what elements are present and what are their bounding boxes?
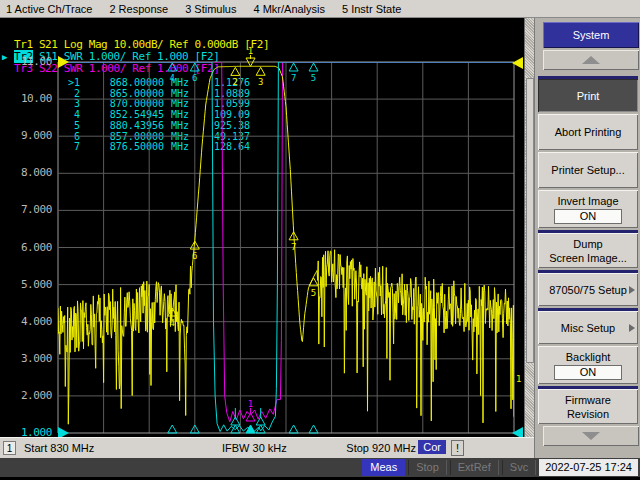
warning-indicator: !	[451, 440, 464, 456]
trace-number-label: 1	[516, 374, 521, 384]
status-meas: Meas	[362, 459, 405, 476]
softkey-abort-printing[interactable]: Abort Printing	[538, 114, 638, 150]
softkey-scrollbar[interactable]	[524, 18, 534, 437]
marker-number-label: 4	[170, 318, 175, 328]
softkey-label: Backlight	[566, 350, 611, 364]
marker-number-label: 4	[170, 73, 175, 83]
marker-triangle-icon	[289, 425, 298, 433]
softkey-label: Printer Setup...	[551, 163, 624, 177]
ref-arrow-tr2-left-icon	[58, 427, 69, 437]
marker-triangle-icon	[246, 425, 255, 433]
arrow-up-icon	[582, 56, 600, 64]
softkey-label: 87050/75 Setup	[549, 283, 627, 297]
stimulus-info-bar: 1 Start 830 MHz IFBW 30 kHz Stop 920 MHz…	[0, 437, 534, 458]
ref-arrow-tr1-left-icon	[58, 56, 69, 68]
softkey-printer-setup[interactable]: Printer Setup...	[538, 152, 638, 188]
status-svc: Svc	[502, 460, 536, 475]
marker-number-label: 6	[192, 251, 197, 261]
softkeys-scroll-down-button[interactable]	[543, 426, 639, 446]
system-menu-button[interactable]: System	[543, 22, 639, 48]
marker-number-label: 5	[311, 288, 316, 298]
softkey-label: Dump	[573, 237, 602, 251]
marker-triangle-icon	[309, 63, 318, 71]
softkey-label: Misc Setup	[561, 321, 615, 335]
marker-triangle-icon	[168, 425, 177, 433]
menu-item-1[interactable]: 1 Active Ch/Trace	[6, 3, 92, 15]
stop-frequency-label: Stop 920 MHz	[346, 442, 416, 454]
marker-triangle-icon	[168, 63, 177, 71]
marker-triangle-icon	[231, 67, 240, 75]
softkey-scrollbar-thumb[interactable]	[526, 78, 534, 363]
softkey-value: ON	[554, 209, 622, 224]
softkey-firmware-revision[interactable]: FirmwareRevision	[538, 386, 638, 424]
softkey-label: Abort Printing	[555, 125, 622, 139]
submenu-arrow-icon	[629, 324, 635, 332]
start-frequency-label: Start 830 MHz	[24, 442, 94, 454]
plot-area: 1234455667711	[0, 18, 524, 437]
softkey-print[interactable]: Print	[538, 76, 638, 112]
marker-number-label: 1	[248, 46, 253, 56]
softkey-label: Invert Image	[557, 194, 618, 208]
softkey-label: Revision	[567, 407, 609, 421]
status-bar: Meas Stop ExtRef Svc 2022-07-25 17:24	[0, 458, 640, 477]
softkey-label: Firmware	[565, 393, 611, 407]
softkey-label: Screen Image...	[549, 251, 627, 265]
menu-item-5[interactable]: 5 Instr State	[342, 3, 401, 15]
channel-number-badge: 1	[3, 441, 16, 455]
status-stop: Stop	[408, 460, 447, 475]
menu-bar: 1 Active Ch/Trace2 Response3 Stimulus4 M…	[0, 0, 640, 18]
softkey-value: ON	[554, 365, 622, 380]
marker-number-label: 2	[233, 77, 238, 87]
status-datetime: 2022-07-25 17:24	[539, 459, 638, 476]
softkey-invert-image[interactable]: Invert ImageON	[538, 190, 638, 228]
menu-item-3[interactable]: 3 Stimulus	[185, 3, 236, 15]
correction-status-badge: Cor	[418, 440, 446, 454]
status-extref: ExtRef	[450, 460, 499, 475]
softkeys-scroll-up-button[interactable]	[543, 50, 639, 70]
marker-triangle-icon	[309, 425, 318, 433]
marker-triangle-icon	[246, 413, 255, 421]
analyzer-screen: Tr1 S21 Log Mag 10.00dB/ Ref 0.000dB [F2…	[0, 18, 524, 437]
marker-number-label: 5	[311, 73, 316, 83]
softkey-backlight[interactable]: BacklightON	[538, 346, 638, 384]
softkey-label: Print	[577, 89, 600, 103]
marker-triangle-icon	[289, 63, 298, 71]
marker-number-label: 7	[291, 242, 296, 252]
marker-number-label: 3	[258, 77, 263, 87]
marker-triangle-icon	[256, 67, 265, 75]
arrow-down-icon	[582, 432, 600, 440]
softkey-misc-setup[interactable]: Misc Setup	[538, 308, 638, 344]
softkey-panel: System PrintAbort PrintingPrinter Setup.…	[534, 18, 640, 458]
marker-number-label: 7	[291, 73, 296, 83]
marker-number-label: 1	[248, 399, 253, 409]
marker-number-label: 6	[192, 73, 197, 83]
menu-item-4[interactable]: 4 Mkr/Analysis	[253, 3, 325, 15]
softkey-87050-75-setup[interactable]: 87050/75 Setup	[538, 270, 638, 306]
softkey-dump-screen-image[interactable]: DumpScreen Image...	[538, 230, 638, 268]
submenu-arrow-icon	[629, 286, 635, 294]
menu-item-2[interactable]: 2 Response	[109, 3, 168, 15]
ifbw-label: IFBW 30 kHz	[222, 442, 287, 454]
